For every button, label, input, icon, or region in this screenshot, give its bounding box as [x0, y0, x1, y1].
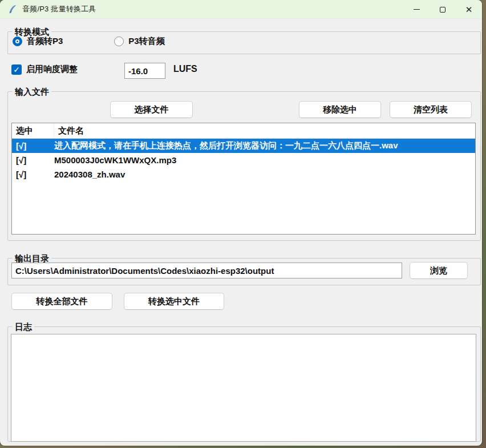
- table-row[interactable]: [√] M500003J0cWK1WWxQX.mp3: [12, 153, 475, 167]
- title-bar: 音频/P3 批量转换工具 ✕: [0, 0, 482, 19]
- lufs-input[interactable]: -16.0: [124, 63, 165, 79]
- app-window: 音频/P3 批量转换工具 ✕ 转换模式 音频转P3 P3转音频 ✓ 启用响度调整…: [0, 0, 482, 446]
- mode-radio-row: 音频转P3 P3转音频: [13, 36, 216, 47]
- loudness-checkbox[interactable]: ✓: [11, 64, 22, 75]
- log-group-label: 日志: [13, 321, 34, 332]
- select-files-button[interactable]: 选择文件: [110, 101, 193, 118]
- lufs-unit-label: LUFS: [173, 64, 197, 74]
- radio-selected-icon: [13, 37, 22, 46]
- log-textarea[interactable]: [11, 334, 476, 442]
- browse-button[interactable]: 浏览: [410, 262, 468, 279]
- minimize-button[interactable]: [403, 0, 430, 19]
- convert-selected-button[interactable]: 转换选中文件: [124, 293, 224, 310]
- radio-audio-to-p3[interactable]: 音频转P3: [13, 36, 63, 47]
- check-icon: ✓: [13, 66, 20, 74]
- table-row[interactable]: [√] 进入配网模式，请在手机上连接热点，然后打开浏览器访问：一九二点一六八点四…: [12, 139, 475, 153]
- clear-list-button[interactable]: 清空列表: [390, 101, 472, 118]
- file-table-header: 选中 文件名: [12, 123, 475, 139]
- maximize-icon: [440, 7, 446, 13]
- minimize-icon: [414, 9, 420, 10]
- close-icon: ✕: [465, 5, 473, 14]
- input-files-group-label: 输入文件: [13, 86, 51, 97]
- tk-feather-icon: [8, 5, 17, 14]
- radio-p3-to-audio[interactable]: P3转音频: [114, 36, 164, 47]
- radio-unselected-icon: [114, 37, 124, 46]
- maximize-button[interactable]: [430, 0, 456, 19]
- table-row[interactable]: [√] 20240308_zh.wav: [12, 167, 475, 181]
- close-button[interactable]: ✕: [456, 0, 482, 19]
- loudness-checkbox-label: 启用响度调整: [26, 64, 78, 75]
- column-header-checked[interactable]: 选中: [12, 123, 54, 138]
- column-header-filename[interactable]: 文件名: [54, 123, 475, 138]
- output-path-input[interactable]: C:\Users\Administrator\Documents\Codes\x…: [11, 263, 402, 279]
- file-table: 选中 文件名 [√] 进入配网模式，请在手机上连接热点，然后打开浏览器访问：一九…: [11, 123, 476, 235]
- remove-selected-button[interactable]: 移除选中: [299, 101, 381, 118]
- convert-all-button[interactable]: 转换全部文件: [11, 293, 112, 310]
- window-title: 音频/P3 批量转换工具: [22, 4, 96, 14]
